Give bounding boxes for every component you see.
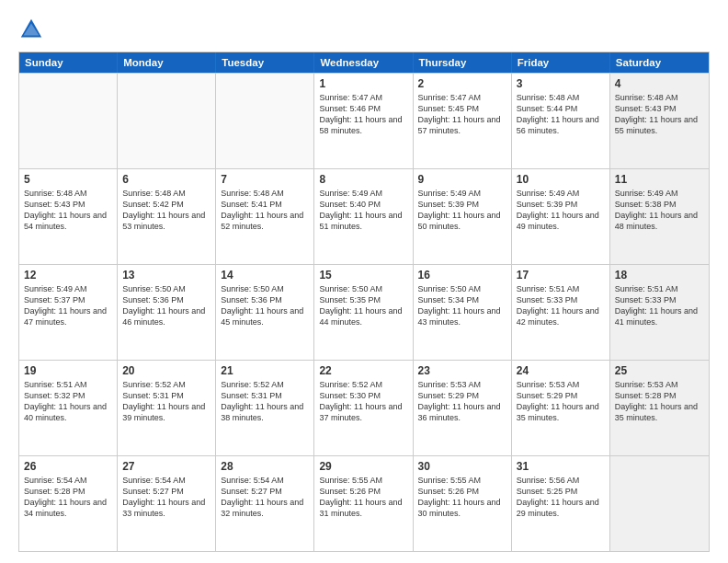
calendar-cell: 17Sunrise: 5:51 AM Sunset: 5:33 PM Dayli… <box>512 265 610 360</box>
calendar-row: 12Sunrise: 5:49 AM Sunset: 5:37 PM Dayli… <box>19 264 709 360</box>
day-info: Sunrise: 5:54 AM Sunset: 5:28 PM Dayligh… <box>24 475 112 520</box>
day-number: 19 <box>24 364 112 377</box>
day-info: Sunrise: 5:53 AM Sunset: 5:28 PM Dayligh… <box>615 379 704 424</box>
calendar-cell: 7Sunrise: 5:48 AM Sunset: 5:41 PM Daylig… <box>216 169 314 264</box>
day-info: Sunrise: 5:50 AM Sunset: 5:35 PM Dayligh… <box>319 283 407 328</box>
calendar-cell: 5Sunrise: 5:48 AM Sunset: 5:43 PM Daylig… <box>19 169 118 264</box>
day-number: 4 <box>615 77 704 90</box>
day-number: 14 <box>221 269 309 282</box>
day-info: Sunrise: 5:48 AM Sunset: 5:43 PM Dayligh… <box>615 92 704 137</box>
day-number: 24 <box>517 364 605 377</box>
calendar-cell: 28Sunrise: 5:54 AM Sunset: 5:27 PM Dayli… <box>216 456 314 551</box>
day-number: 16 <box>418 269 506 282</box>
day-number: 22 <box>319 364 407 377</box>
calendar-cell: 15Sunrise: 5:50 AM Sunset: 5:35 PM Dayli… <box>314 265 413 360</box>
calendar-cell <box>610 456 709 551</box>
calendar-body: 1Sunrise: 5:47 AM Sunset: 5:46 PM Daylig… <box>19 73 709 551</box>
day-info: Sunrise: 5:50 AM Sunset: 5:36 PM Dayligh… <box>221 283 309 328</box>
calendar-cell: 14Sunrise: 5:50 AM Sunset: 5:36 PM Dayli… <box>216 265 314 360</box>
day-info: Sunrise: 5:48 AM Sunset: 5:44 PM Dayligh… <box>517 92 605 137</box>
calendar-cell: 19Sunrise: 5:51 AM Sunset: 5:32 PM Dayli… <box>19 361 118 455</box>
day-number: 31 <box>517 460 605 473</box>
day-info: Sunrise: 5:51 AM Sunset: 5:33 PM Dayligh… <box>615 283 704 328</box>
calendar-header: SundayMondayTuesdayWednesdayThursdayFrid… <box>19 52 709 73</box>
calendar-cell: 26Sunrise: 5:54 AM Sunset: 5:28 PM Dayli… <box>19 456 118 551</box>
calendar: SundayMondayTuesdayWednesdayThursdayFrid… <box>18 52 710 552</box>
day-info: Sunrise: 5:47 AM Sunset: 5:45 PM Dayligh… <box>418 92 506 137</box>
calendar-cell: 30Sunrise: 5:55 AM Sunset: 5:26 PM Dayli… <box>414 456 512 551</box>
calendar-row: 5Sunrise: 5:48 AM Sunset: 5:43 PM Daylig… <box>19 168 709 264</box>
calendar-cell: 8Sunrise: 5:49 AM Sunset: 5:40 PM Daylig… <box>314 169 413 264</box>
day-number: 10 <box>517 173 605 186</box>
day-number: 21 <box>221 364 309 377</box>
day-number: 26 <box>24 460 112 473</box>
calendar-cell: 24Sunrise: 5:53 AM Sunset: 5:29 PM Dayli… <box>512 361 610 455</box>
day-number: 18 <box>615 269 704 282</box>
day-number: 8 <box>319 173 407 186</box>
calendar-header-cell: Thursday <box>414 52 512 73</box>
day-number: 30 <box>418 460 506 473</box>
calendar-cell: 20Sunrise: 5:52 AM Sunset: 5:31 PM Dayli… <box>118 361 216 455</box>
calendar-cell: 29Sunrise: 5:55 AM Sunset: 5:26 PM Dayli… <box>314 456 413 551</box>
calendar-cell: 13Sunrise: 5:50 AM Sunset: 5:36 PM Dayli… <box>118 265 216 360</box>
day-number: 15 <box>319 269 407 282</box>
calendar-cell: 22Sunrise: 5:52 AM Sunset: 5:30 PM Dayli… <box>314 361 413 455</box>
day-info: Sunrise: 5:55 AM Sunset: 5:26 PM Dayligh… <box>418 475 506 520</box>
page-header <box>18 17 710 42</box>
day-number: 1 <box>319 77 407 90</box>
day-info: Sunrise: 5:47 AM Sunset: 5:46 PM Dayligh… <box>319 92 407 137</box>
day-info: Sunrise: 5:51 AM Sunset: 5:33 PM Dayligh… <box>517 283 605 328</box>
day-info: Sunrise: 5:55 AM Sunset: 5:26 PM Dayligh… <box>319 475 407 520</box>
calendar-cell: 10Sunrise: 5:49 AM Sunset: 5:39 PM Dayli… <box>512 169 610 264</box>
day-info: Sunrise: 5:52 AM Sunset: 5:30 PM Dayligh… <box>319 379 407 424</box>
day-number: 23 <box>418 364 506 377</box>
day-number: 6 <box>122 173 210 186</box>
calendar-row: 1Sunrise: 5:47 AM Sunset: 5:46 PM Daylig… <box>19 73 709 168</box>
day-info: Sunrise: 5:48 AM Sunset: 5:43 PM Dayligh… <box>24 188 112 233</box>
day-number: 27 <box>122 460 210 473</box>
day-number: 25 <box>615 364 704 377</box>
calendar-header-cell: Sunday <box>19 52 118 73</box>
day-number: 29 <box>319 460 407 473</box>
day-number: 7 <box>221 173 309 186</box>
calendar-cell: 4Sunrise: 5:48 AM Sunset: 5:43 PM Daylig… <box>610 74 709 168</box>
day-info: Sunrise: 5:50 AM Sunset: 5:34 PM Dayligh… <box>418 283 506 328</box>
day-number: 17 <box>517 269 605 282</box>
calendar-cell <box>216 74 314 168</box>
calendar-header-cell: Wednesday <box>314 52 413 73</box>
calendar-cell: 23Sunrise: 5:53 AM Sunset: 5:29 PM Dayli… <box>414 361 512 455</box>
day-number: 11 <box>615 173 704 186</box>
day-number: 3 <box>517 77 605 90</box>
day-number: 28 <box>221 460 309 473</box>
day-info: Sunrise: 5:54 AM Sunset: 5:27 PM Dayligh… <box>221 475 309 520</box>
calendar-row: 19Sunrise: 5:51 AM Sunset: 5:32 PM Dayli… <box>19 360 709 455</box>
day-info: Sunrise: 5:48 AM Sunset: 5:41 PM Dayligh… <box>221 188 309 233</box>
day-info: Sunrise: 5:48 AM Sunset: 5:42 PM Dayligh… <box>122 188 210 233</box>
calendar-cell: 12Sunrise: 5:49 AM Sunset: 5:37 PM Dayli… <box>19 265 118 360</box>
calendar-cell: 9Sunrise: 5:49 AM Sunset: 5:39 PM Daylig… <box>414 169 512 264</box>
day-info: Sunrise: 5:50 AM Sunset: 5:36 PM Dayligh… <box>122 283 210 328</box>
day-info: Sunrise: 5:49 AM Sunset: 5:39 PM Dayligh… <box>418 188 506 233</box>
calendar-header-cell: Tuesday <box>216 52 314 73</box>
day-info: Sunrise: 5:51 AM Sunset: 5:32 PM Dayligh… <box>24 379 112 424</box>
page-container: SundayMondayTuesdayWednesdayThursdayFrid… <box>0 0 728 563</box>
day-info: Sunrise: 5:53 AM Sunset: 5:29 PM Dayligh… <box>418 379 506 424</box>
calendar-header-cell: Saturday <box>610 52 709 73</box>
logo <box>18 17 48 42</box>
calendar-cell: 18Sunrise: 5:51 AM Sunset: 5:33 PM Dayli… <box>610 265 709 360</box>
day-number: 9 <box>418 173 506 186</box>
day-info: Sunrise: 5:54 AM Sunset: 5:27 PM Dayligh… <box>122 475 210 520</box>
day-info: Sunrise: 5:49 AM Sunset: 5:37 PM Dayligh… <box>24 283 112 328</box>
day-number: 20 <box>122 364 210 377</box>
day-info: Sunrise: 5:49 AM Sunset: 5:39 PM Dayligh… <box>517 188 605 233</box>
day-number: 13 <box>122 269 210 282</box>
calendar-cell: 6Sunrise: 5:48 AM Sunset: 5:42 PM Daylig… <box>118 169 216 264</box>
day-info: Sunrise: 5:49 AM Sunset: 5:38 PM Dayligh… <box>615 188 704 233</box>
calendar-row: 26Sunrise: 5:54 AM Sunset: 5:28 PM Dayli… <box>19 455 709 551</box>
day-number: 12 <box>24 269 112 282</box>
calendar-cell: 2Sunrise: 5:47 AM Sunset: 5:45 PM Daylig… <box>414 74 512 168</box>
day-info: Sunrise: 5:53 AM Sunset: 5:29 PM Dayligh… <box>517 379 605 424</box>
calendar-cell: 3Sunrise: 5:48 AM Sunset: 5:44 PM Daylig… <box>512 74 610 168</box>
calendar-cell <box>118 74 216 168</box>
day-number: 5 <box>24 173 112 186</box>
